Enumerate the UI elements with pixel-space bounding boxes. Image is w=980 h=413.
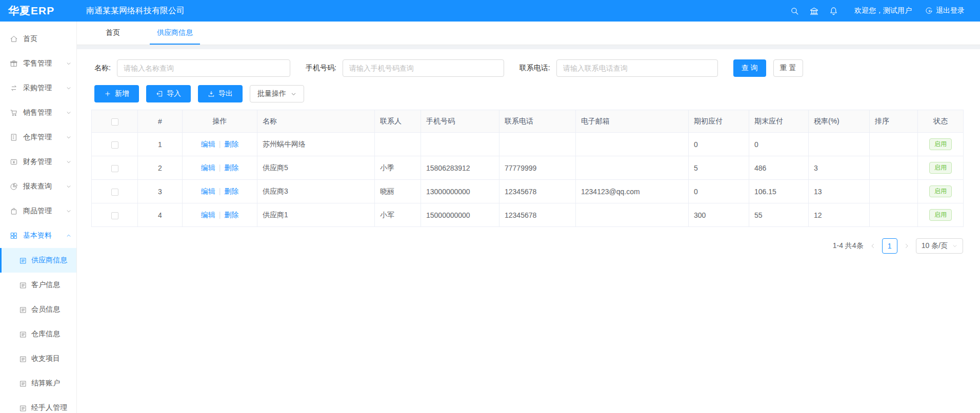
sidebar-item-label: 基本资料	[23, 231, 52, 240]
column-header: 名称	[257, 110, 375, 133]
cart-icon	[10, 109, 18, 117]
table-row: 3编辑|删除供应商3晓丽13000000000123456781234123@q…	[92, 180, 964, 203]
sidebar-item[interactable]: 结算账户	[0, 371, 76, 396]
status-badge[interactable]: 启用	[929, 162, 952, 173]
page-number-button[interactable]: 1	[882, 238, 897, 254]
status-badge[interactable]: 启用	[929, 138, 952, 150]
cell-contact: 小军	[375, 203, 421, 227]
sidebar-item[interactable]: 收支项目	[0, 346, 76, 371]
doc-icon	[19, 404, 26, 411]
sidebar-item[interactable]: 客户信息	[0, 273, 76, 297]
sidebar-item[interactable]: 采购管理	[0, 76, 76, 100]
company-name: 南通某某网络科技有限公司	[86, 6, 185, 16]
column-header: 操作	[183, 110, 257, 133]
sidebar-item[interactable]: 基本资料	[0, 223, 76, 248]
status-badge[interactable]: 启用	[929, 209, 952, 220]
action-divider: |	[219, 140, 221, 148]
sidebar-item[interactable]: 报表查询	[0, 174, 76, 199]
import-button[interactable]: 导入	[146, 85, 191, 102]
batch-actions-button[interactable]: 批量操作	[250, 85, 304, 102]
sidebar-item[interactable]: 仓库信息	[0, 322, 76, 346]
sidebar-item[interactable]: 销售管理	[0, 100, 76, 125]
sidebar-item[interactable]: 财务管理	[0, 150, 76, 174]
export-button[interactable]: 导出	[198, 85, 243, 102]
doc-icon	[19, 380, 26, 387]
cell-name: 供应商3	[257, 180, 375, 203]
chevron-down-icon	[66, 110, 71, 115]
cell-email	[576, 133, 689, 156]
cell-begin-payable: 0	[689, 180, 749, 203]
table-body: 1编辑|删除苏州蜗牛网络00启用2编辑|删除供应商5小季158062839127…	[92, 133, 964, 227]
select-all-checkbox[interactable]	[111, 118, 118, 126]
row-index: 4	[138, 203, 183, 227]
edit-link[interactable]: 编辑	[201, 163, 215, 172]
name-search-input[interactable]	[117, 59, 290, 77]
prev-page-button[interactable]	[870, 243, 876, 249]
column-header: 期初应付	[689, 110, 749, 133]
doc-icon	[19, 331, 26, 338]
logout-button[interactable]: 退出登录	[925, 6, 965, 15]
chevron-down-icon	[66, 61, 71, 66]
phone-label: 联系电话:	[519, 64, 550, 73]
grid-icon	[10, 232, 18, 240]
edit-link[interactable]: 编辑	[201, 211, 215, 219]
doc-icon	[19, 355, 26, 362]
welcome-text: 欢迎您，测试用户	[854, 6, 912, 15]
sidebar-item[interactable]: 仓库管理	[0, 125, 76, 150]
delete-link[interactable]: 删除	[224, 163, 238, 172]
sidebar-item-label: 仓库管理	[23, 133, 52, 142]
chevron-up-icon	[66, 233, 71, 238]
sidebar-item[interactable]: 经手人管理	[0, 396, 76, 413]
edit-link[interactable]: 编辑	[201, 140, 215, 148]
bell-icon[interactable]	[824, 7, 843, 15]
next-page-button[interactable]	[904, 243, 910, 249]
delete-link[interactable]: 删除	[224, 211, 238, 219]
row-checkbox[interactable]	[111, 165, 118, 172]
sidebar-item-label: 商品管理	[23, 206, 52, 216]
action-divider: |	[219, 211, 221, 219]
cell-mobile: 13000000000	[421, 180, 499, 203]
app-logo: 华夏ERP	[0, 4, 77, 18]
edit-link[interactable]: 编辑	[201, 187, 215, 195]
row-actions: 编辑|删除	[183, 133, 257, 156]
search-icon[interactable]	[785, 7, 804, 15]
cell-contact: 小季	[375, 156, 421, 180]
phone-search-input[interactable]	[556, 59, 718, 77]
search-form: 名称: 手机号码: 联系电话: 查 询 重 置	[94, 59, 966, 77]
cell-mobile: 15806283912	[421, 156, 499, 180]
platform-icon[interactable]	[804, 7, 824, 15]
row-checkbox[interactable]	[111, 141, 118, 149]
cell-end-payable: 0	[749, 133, 809, 156]
mobile-search-input[interactable]	[343, 59, 504, 77]
column-header: 联系电话	[499, 110, 576, 133]
export-icon	[208, 90, 215, 97]
row-checkbox[interactable]	[111, 189, 118, 196]
row-checkbox[interactable]	[111, 212, 118, 219]
tab[interactable]: 首页	[98, 22, 127, 45]
reset-button[interactable]: 重 置	[773, 59, 803, 77]
sidebar-item[interactable]: 零售管理	[0, 51, 76, 76]
header-actions: 欢迎您，测试用户 退出登录	[785, 6, 980, 15]
sidebar-item[interactable]: 供应商信息	[0, 248, 76, 273]
swap-icon	[10, 84, 18, 92]
sidebar-item-label: 供应商信息	[31, 256, 67, 265]
sidebar-item[interactable]: 商品管理	[0, 199, 76, 223]
query-button[interactable]: 查 询	[733, 59, 766, 77]
table-row: 1编辑|删除苏州蜗牛网络00启用	[92, 133, 964, 156]
delete-link[interactable]: 删除	[224, 187, 238, 195]
sidebar-item[interactable]: 会员信息	[0, 297, 76, 322]
cell-contact	[375, 133, 421, 156]
page-size-select[interactable]: 10 条/页	[916, 238, 963, 254]
add-label: 新增	[115, 89, 129, 98]
tab[interactable]: 供应商信息	[150, 22, 200, 45]
mobile-search-field: 手机号码:	[306, 59, 504, 77]
sidebar-item-label: 经手人管理	[31, 403, 67, 412]
delete-link[interactable]: 删除	[224, 140, 238, 148]
export-label: 导出	[218, 89, 233, 98]
add-button[interactable]: 新增	[94, 85, 139, 102]
sidebar-item[interactable]: 首页	[0, 27, 76, 51]
table-toolbar: 新增 导入 导出 批量操作	[94, 85, 966, 102]
status-badge[interactable]: 启用	[929, 185, 952, 197]
action-divider: |	[219, 187, 221, 195]
cell-begin-payable: 0	[689, 133, 749, 156]
